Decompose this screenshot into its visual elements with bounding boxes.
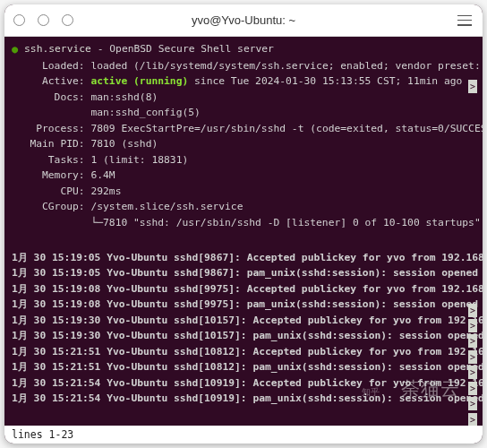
minimize-icon[interactable] — [38, 14, 49, 26]
log-entry: 1月 30 15:19:08 Yvo-Ubuntu sshd[9975]: Ac… — [12, 281, 475, 297]
status-dot-icon: ● — [12, 43, 18, 56]
memory-line: Memory: 6.4M — [12, 168, 475, 184]
overflow-indicator-icon: > — [468, 413, 477, 426]
overflow-indicator-icon: > — [468, 350, 477, 364]
active-line: Active: active (running) since Tue 2024-… — [12, 73, 475, 90]
overflow-indicator-icon: > — [468, 319, 477, 332]
log-entry: 1月 30 15:19:30 Yvo-Ubuntu sshd[10157]: p… — [12, 328, 475, 344]
window-controls — [13, 14, 76, 26]
terminal-window: yvo@Yvo-Ubuntu: ~ ● ssh.service - OpenBS… — [4, 4, 483, 444]
log-entry: 1月 30 15:21:54 Yvo-Ubuntu sshd[10919]: p… — [12, 391, 475, 407]
docs-line-2: man:sshd_config(5) — [12, 105, 475, 121]
overflow-indicator-icon: > — [468, 304, 477, 317]
menu-icon[interactable] — [457, 15, 472, 26]
log-entry: 1月 30 15:21:51 Yvo-Ubuntu sshd[10812]: A… — [12, 344, 475, 360]
overflow-indicator-icon: > — [468, 397, 477, 410]
mainpid-line: Main PID: 7810 (sshd) — [12, 136, 475, 152]
service-header: ● ssh.service - OpenBSD Secure Shell ser… — [12, 41, 475, 58]
titlebar: yvo@Yvo-Ubuntu: ~ — [4, 4, 483, 37]
overflow-indicator-icon: > — [468, 334, 477, 348]
log-section: 1月 30 15:19:05 Yvo-Ubuntu sshd[9867]: Ac… — [12, 250, 475, 407]
maximize-icon[interactable] — [62, 14, 73, 26]
log-entry: 1月 30 15:19:05 Yvo-Ubuntu sshd[9867]: pa… — [12, 265, 475, 281]
loaded-line: Loaded: loaded (/lib/systemd/system/ssh.… — [12, 58, 475, 74]
log-entry: 1月 30 15:19:08 Yvo-Ubuntu sshd[9975]: pa… — [12, 297, 475, 313]
overflow-indicator-icon: > — [468, 366, 477, 379]
log-entry: 1月 30 15:21:51 Yvo-Ubuntu sshd[10812]: p… — [12, 359, 475, 375]
window-title: yvo@Yvo-Ubuntu: ~ — [76, 13, 411, 27]
cpu-line: CPU: 292ms — [12, 184, 475, 200]
process-line: Process: 7809 ExecStartPre=/usr/sbin/ssh… — [12, 121, 475, 137]
tasks-line: Tasks: 1 (limit: 18831) — [12, 152, 475, 168]
cgroup-child-line: └─7810 "sshd: /usr/sbin/sshd -D [listene… — [12, 215, 475, 231]
log-entry: 1月 30 15:19:05 Yvo-Ubuntu sshd[9867]: Ac… — [12, 250, 475, 266]
docs-line-1: Docs: man:sshd(8) — [12, 90, 475, 106]
close-icon[interactable] — [13, 14, 25, 26]
overflow-indicator-icon: > — [468, 80, 477, 93]
log-entry: 1月 30 15:21:54 Yvo-Ubuntu sshd[10919]: A… — [12, 375, 475, 392]
log-entry: 1月 30 15:19:30 Yvo-Ubuntu sshd[10157]: A… — [12, 313, 475, 329]
cgroup-line: CGroup: /system.slice/ssh.service — [12, 199, 475, 215]
pager-status: lines 1-23 — [4, 426, 483, 444]
overflow-indicator-icon: > — [468, 382, 477, 395]
terminal-output[interactable]: ● ssh.service - OpenBSD Secure Shell ser… — [4, 37, 483, 426]
